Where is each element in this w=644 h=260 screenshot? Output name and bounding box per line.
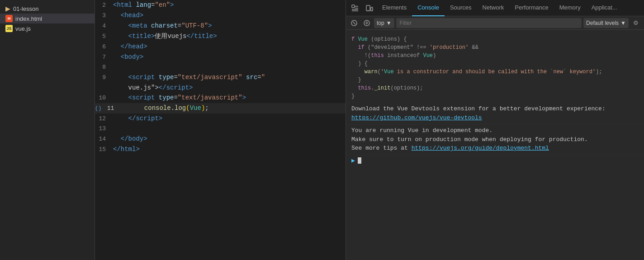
svg-rect-0 (352, 5, 355, 8)
line-number: 3 (95, 11, 113, 21)
line-number: 12 (95, 114, 113, 124)
console-entry-mode: You are running Vue in development mode.… (346, 124, 644, 155)
line-content: </html> (113, 144, 346, 154)
code-content: 2<html lang="en">3 <head>4 <meta charset… (95, 0, 346, 155)
line-content: <title>使用vuejs</title> (113, 31, 346, 41)
line-number: 10 (95, 93, 113, 103)
console-message-3: Make sure to turn on production mode whe… (351, 136, 588, 143)
levels-dropdown-arrow: ▼ (620, 20, 626, 26)
file-item-js[interactable]: JS vue.js (0, 24, 95, 33)
inspect-icon[interactable] (349, 2, 361, 14)
console-message-1: Download the Vue Devtools extension for … (351, 105, 606, 112)
line-number: 4 (95, 21, 113, 31)
line-content: </body> (113, 134, 346, 144)
tab-memory[interactable]: Memory (554, 0, 586, 16)
js-file-icon: JS (5, 25, 13, 32)
code-line: 15</html> (95, 144, 346, 155)
code-line: 10 <script type="text/javascript"> (95, 93, 346, 103)
tab-elements[interactable]: Elements (377, 0, 412, 16)
console-code-block: f Vue (options) { if ("development" !== … (351, 35, 639, 100)
folder-icon: ▶ (5, 5, 10, 12)
line-content: <meta charset="UTF-8"> (113, 21, 346, 31)
svg-rect-2 (371, 7, 373, 11)
code-line: 2<html lang="en"> (95, 0, 346, 10)
vue-devtools-link[interactable]: https://github.com/vuejs/vue-devtools (351, 114, 482, 121)
line-number: 5 (95, 32, 113, 42)
context-selector[interactable]: top ▼ (374, 18, 394, 28)
console-message-4: See more tips at (351, 145, 412, 151)
code-line: vue.js"></script> (95, 83, 346, 93)
devtools-tabs: Elements Console Sources Network Perform… (346, 0, 644, 16)
svg-point-3 (368, 9, 369, 10)
line-number: 7 (95, 52, 113, 62)
tab-performance[interactable]: Performance (509, 0, 554, 16)
device-icon[interactable] (363, 2, 376, 14)
context-label: top (377, 20, 384, 26)
tab-sources[interactable]: Sources (445, 0, 477, 16)
html-file-icon: H (5, 15, 13, 22)
console-filter-input[interactable] (396, 18, 582, 28)
deployment-link[interactable]: https://vuejs.org/guide/deployment.html (412, 145, 549, 151)
code-line: 12 </script> (95, 113, 346, 124)
line-number: 14 (95, 134, 113, 144)
console-message-2: You are running Vue in development mode. (351, 127, 492, 134)
log-levels-selector[interactable]: Default levels ▼ (583, 18, 629, 28)
file-tree: ▶ 01-lesson H index.html JS vue.js (0, 0, 95, 260)
active-line-indicator: () (95, 104, 101, 113)
svg-line-5 (353, 22, 355, 24)
line-content: </script> (113, 113, 346, 123)
console-output: f Vue (options) { if ("development" !== … (346, 30, 644, 260)
code-line: 7 <body> (95, 52, 346, 62)
line-number: 15 (95, 145, 113, 155)
code-line: 9 <script type="text/javascript" src=" (95, 72, 346, 83)
line-number: 2 (95, 0, 113, 10)
line-number: 6 (95, 42, 113, 52)
tab-console[interactable]: Console (412, 0, 445, 16)
context-dropdown-arrow: ▼ (386, 20, 392, 26)
line-number: 8 (95, 62, 113, 72)
line-content: <body> (113, 52, 346, 62)
file-name-html: index.html (15, 15, 42, 22)
code-line: ()11 console.log(Vue); (95, 103, 346, 113)
code-line: 3 <head> (95, 10, 346, 21)
line-number: 9 (95, 73, 113, 83)
line-content: console.log(Vue); (121, 103, 346, 113)
tab-network[interactable]: Network (477, 0, 510, 16)
code-editor: 2<html lang="en">3 <head>4 <meta charset… (95, 0, 346, 260)
code-line: 5 <title>使用vuejs</title> (95, 31, 346, 42)
prompt-cursor (358, 157, 361, 164)
devtools-panel: Elements Console Sources Network Perform… (346, 0, 644, 260)
clear-console-button[interactable] (349, 18, 360, 28)
console-toolbar: top ▼ Default levels ▼ ⚙ (346, 16, 644, 30)
code-line: 6 </head> (95, 42, 346, 52)
folder-label: 01-lesson (13, 5, 38, 12)
prompt-arrow: ▶ (351, 157, 355, 164)
code-line: 13 (95, 124, 346, 134)
line-content: <head> (113, 10, 346, 20)
console-prompt: ▶ (346, 155, 644, 166)
line-content: <html lang="en"> (113, 0, 346, 10)
line-content: <script type="text/javascript" src=" (113, 72, 346, 82)
code-line: 4 <meta charset="UTF-8"> (95, 21, 346, 31)
file-name-js: vue.js (15, 25, 31, 32)
file-item-html[interactable]: H index.html (0, 14, 95, 24)
line-content: </head> (113, 42, 346, 52)
code-line: 14 </body> (95, 134, 346, 144)
console-entry-code: f Vue (options) { if ("development" !== … (346, 33, 644, 103)
line-number: 11 (103, 104, 121, 113)
more-settings-button[interactable]: ⚙ (630, 18, 641, 28)
filter-icon[interactable] (361, 18, 372, 28)
console-entry-download: Download the Vue Devtools extension for … (346, 103, 644, 124)
code-line: 8 (95, 62, 346, 72)
line-content: vue.js"></script> (113, 83, 346, 93)
line-number: 13 (95, 124, 113, 134)
tab-application[interactable]: Applicat... (586, 0, 623, 16)
line-content: <script type="text/javascript"> (113, 93, 346, 103)
levels-label: Default levels (586, 20, 619, 26)
folder-item[interactable]: ▶ 01-lesson (0, 4, 95, 14)
